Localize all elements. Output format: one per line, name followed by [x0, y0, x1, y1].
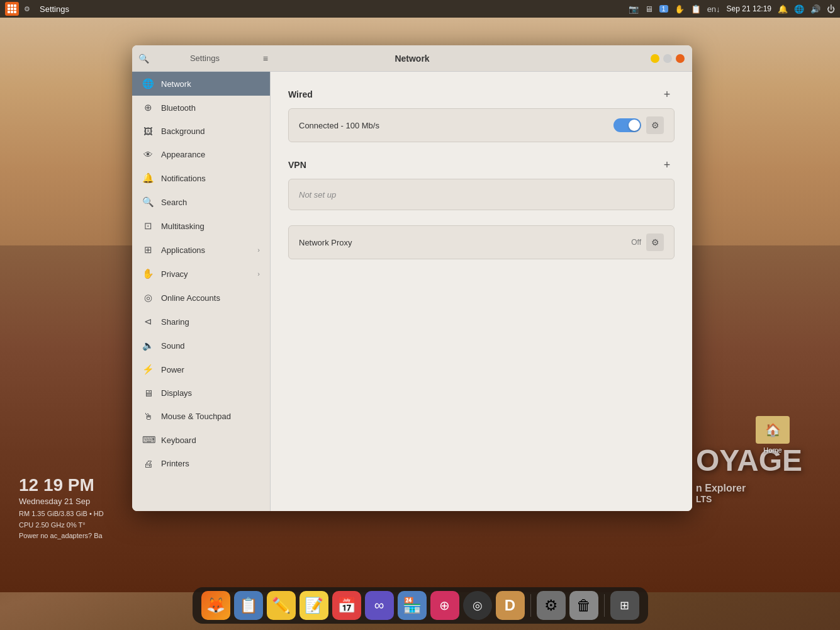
dock-infinity[interactable]: ∞	[365, 591, 394, 620]
window-body: 🌐 Network ⊕ Bluetooth 🖼 Background 👁 App…	[132, 72, 692, 511]
activities-grid-icon	[8, 4, 16, 13]
wired-settings-button[interactable]: ⚙	[646, 116, 664, 134]
appearance-icon: 👁	[142, 149, 154, 160]
sidebar: 🌐 Network ⊕ Bluetooth 🖼 Background 👁 App…	[132, 72, 271, 511]
panel-clipboard-icon[interactable]: 📋	[691, 4, 701, 14]
sidebar-item-notifications[interactable]: 🔔 Notifications	[132, 166, 270, 190]
maximize-button[interactable]	[663, 54, 672, 63]
panel-hand-icon[interactable]: ✋	[675, 4, 685, 14]
panel-notifications-icon[interactable]: 🔔	[778, 4, 788, 14]
dock-editor[interactable]: ✏️	[267, 591, 296, 620]
sidebar-item-network[interactable]: 🌐 Network	[132, 72, 270, 96]
sidebar-label-appearance: Appearance	[161, 150, 260, 159]
panel-locale-icon[interactable]: en↓	[707, 4, 720, 14]
sticky-icon: 📝	[305, 597, 323, 614]
sidebar-item-sharing[interactable]: ⊲ Sharing	[132, 310, 270, 334]
wired-title: Wired	[288, 89, 313, 99]
app-grid-icon: ⊞	[620, 599, 629, 612]
dock-firefox[interactable]: 🦊	[201, 591, 230, 620]
window-controls	[651, 54, 692, 63]
typograf-icon: D	[505, 597, 515, 614]
panel-screenshot-icon[interactable]: 📷	[629, 4, 639, 14]
sidebar-item-keyboard[interactable]: ⌨ Keyboard	[132, 428, 270, 452]
dock-settings[interactable]: ⚙	[537, 591, 566, 620]
proxy-label: Network Proxy	[299, 238, 631, 247]
activities-button[interactable]	[5, 2, 19, 16]
notifications-icon: 🔔	[142, 172, 154, 184]
proxy-card: Network Proxy Off ⚙	[288, 225, 675, 259]
displays-icon: 🖥	[142, 388, 154, 398]
sidebar-item-power[interactable]: ⚡ Power	[132, 357, 270, 381]
content-area: Wired + Connected - 100 Mb/s ⚙ VPN	[271, 72, 692, 511]
dock-separator-2	[604, 594, 605, 617]
sidebar-item-bluetooth[interactable]: ⊕ Bluetooth	[132, 96, 270, 120]
sidebar-label-online-accounts: Online Accounts	[161, 293, 260, 303]
vpn-title: VPN	[288, 160, 306, 170]
dock-typograf[interactable]: D	[496, 591, 525, 620]
panel-power-icon[interactable]: ⏻	[827, 4, 835, 14]
sidebar-label-notifications: Notifications	[161, 174, 260, 183]
sidebar-label-keyboard: Keyboard	[161, 436, 260, 445]
vpn-add-button[interactable]: +	[659, 157, 675, 172]
sidebar-item-mouse-touchpad[interactable]: 🖱 Mouse & Touchpad	[132, 405, 270, 428]
sidebar-item-privacy[interactable]: ✋ Privacy ›	[132, 262, 270, 286]
dock-trash[interactable]: 🗑	[569, 591, 598, 620]
dock-app-grid[interactable]: ⊞	[610, 591, 639, 620]
window-title: Network	[395, 53, 429, 64]
date-display: Wednesday 21 Sep	[19, 495, 104, 509]
online-accounts-icon: ◎	[142, 292, 154, 303]
wired-add-button[interactable]: +	[659, 87, 675, 102]
store-icon: 🏪	[403, 597, 422, 614]
home-folder-label: Home	[763, 446, 781, 454]
proxy-status: Off	[631, 238, 641, 247]
home-folder-shortcut[interactable]: 🏠 Home	[756, 416, 790, 454]
editor-icon: ✏️	[272, 597, 291, 614]
header-left: 🔍 Settings ≡	[132, 51, 271, 66]
taskbar: 🦊 📋 ✏️ 📝 📅 ∞ 🏪 ⊕ ◎ D ⚙ 🗑 ⊞	[193, 587, 648, 624]
cpu-info: CPU 2.50 GHz 0% T°	[19, 520, 104, 531]
sidebar-item-multitasking[interactable]: ⊡ Multitasking	[132, 214, 270, 238]
dock-sticky[interactable]: 📝	[300, 591, 328, 620]
dock-files[interactable]: 📋	[234, 591, 263, 620]
sidebar-item-background[interactable]: 🖼 Background	[132, 120, 270, 143]
infinity-icon: ∞	[374, 597, 384, 614]
panel-right: 📷 🖥 1 ✋ 📋 en↓ Sep 21 12:19 🔔 🌐 🔊 ⏻	[629, 4, 836, 14]
sidebar-item-search[interactable]: 🔍 Search	[132, 190, 270, 214]
applications-arrow-icon: ›	[257, 246, 260, 254]
dock-calendar[interactable]: 📅	[332, 591, 361, 620]
sidebar-label-background: Background	[161, 127, 260, 136]
background-icon: 🖼	[142, 126, 154, 137]
sidebar-item-printers[interactable]: 🖨 Printers	[132, 452, 270, 475]
sidebar-item-displays[interactable]: 🖥 Displays	[132, 381, 270, 405]
wired-toggle[interactable]	[613, 118, 641, 132]
wired-toggle-knob	[629, 120, 640, 131]
header-search-icon[interactable]: 🔍	[138, 53, 149, 64]
bluetooth-icon: ⊕	[142, 102, 154, 113]
sidebar-item-applications[interactable]: ⊞ Applications ›	[132, 238, 270, 262]
power-icon: ⚡	[142, 364, 154, 375]
minimize-button[interactable]	[651, 54, 659, 63]
close-button[interactable]	[676, 54, 685, 63]
mem-info: RM 1.35 GiB/3.83 GiB • HD	[19, 509, 104, 520]
printers-icon: 🖨	[142, 458, 154, 469]
dock-flathub[interactable]: ⊕	[430, 591, 459, 620]
dock-boom[interactable]: ◎	[463, 591, 492, 620]
wired-connection-row: Connected - 100 Mb/s ⚙	[289, 109, 674, 142]
sidebar-item-sound[interactable]: 🔈 Sound	[132, 334, 270, 357]
network-icon: 🌐	[142, 78, 154, 89]
panel-badge-icon[interactable]: 1	[659, 5, 668, 13]
panel-network-icon[interactable]: 🌐	[794, 4, 804, 14]
keyboard-icon: ⌨	[142, 434, 154, 446]
wired-section: Wired + Connected - 100 Mb/s ⚙	[288, 87, 675, 142]
privacy-arrow-icon: ›	[257, 270, 260, 278]
wired-card: Connected - 100 Mb/s ⚙	[288, 108, 675, 142]
sidebar-item-appearance[interactable]: 👁 Appearance	[132, 143, 270, 166]
hamburger-button[interactable]: ≡	[260, 51, 271, 66]
sidebar-item-online-accounts[interactable]: ◎ Online Accounts	[132, 286, 270, 310]
panel-sound-icon[interactable]: 🔊	[810, 4, 820, 14]
sidebar-label-sharing: Sharing	[161, 317, 260, 327]
proxy-settings-button[interactable]: ⚙	[646, 233, 664, 251]
dock-store[interactable]: 🏪	[398, 591, 427, 620]
home-folder-icon[interactable]: 🏠	[756, 416, 790, 444]
panel-display-icon[interactable]: 🖥	[645, 4, 653, 14]
